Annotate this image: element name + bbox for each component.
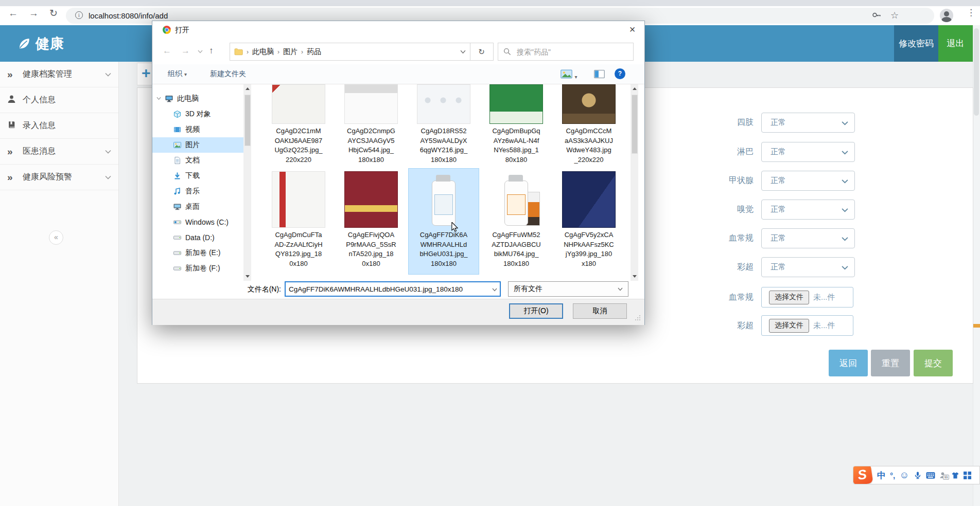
file-item[interactable]: CgAgD2CnmpG AYCSJAAGyV5 HbjCw544.jpg_ 18…: [336, 84, 406, 165]
nav-back-icon[interactable]: ←: [163, 46, 171, 56]
new-folder-button[interactable]: 新建文件夹: [210, 69, 246, 79]
url-text[interactable]: localhost:8080/info/add: [89, 11, 168, 20]
lymph-select[interactable]: 正常: [761, 142, 855, 162]
open-button[interactable]: 打开(O): [509, 303, 563, 319]
breadcrumb-this-pc[interactable]: 此电脑: [252, 47, 274, 57]
scrollbar-thumb[interactable]: [632, 95, 638, 154]
tree-item-pictures[interactable]: 图片: [152, 137, 243, 153]
scroll-down-icon[interactable]: [246, 275, 250, 278]
sidebar-item-health-records[interactable]: » 健康档案管理: [0, 62, 118, 87]
scroll-up-icon[interactable]: [246, 87, 250, 90]
chevron-down-icon: [842, 179, 848, 184]
browser-menu-icon[interactable]: ⋮: [967, 7, 975, 18]
choose-file-button[interactable]: 选择文件: [769, 319, 809, 333]
tree-item-videos[interactable]: 视频: [152, 122, 243, 137]
scrollbar-thumb[interactable]: [244, 95, 251, 146]
files-scrollbar[interactable]: [631, 84, 638, 281]
file-item[interactable]: CgAgD18RS52 AY5SwAALDyX 6qgWY216.jpg_ 18…: [409, 84, 479, 165]
breadcrumb-drugs[interactable]: 药品: [307, 47, 321, 57]
breadcrumb-pictures[interactable]: 图片: [283, 47, 297, 57]
browser-forward-icon[interactable]: →: [29, 8, 39, 19]
breadcrumb-separator: ›: [301, 48, 303, 56]
ime-menu-grid-icon[interactable]: [964, 472, 971, 479]
ultrasound-select[interactable]: 正常: [761, 257, 855, 277]
filename-label: 文件名(N):: [213, 281, 281, 297]
page-scrollbar-thumb[interactable]: [974, 28, 979, 116]
tree-item-drive-e[interactable]: 新加卷 (E:): [152, 245, 243, 261]
tree-item-this-pc[interactable]: 此电脑: [152, 91, 243, 106]
nav-up-icon[interactable]: ↑: [209, 46, 214, 56]
address-dropdown-icon[interactable]: [460, 50, 466, 54]
filetype-select[interactable]: 所有文件: [508, 281, 628, 297]
file-item-selected[interactable]: CgAgFF7DiK6A WMHRAALHLd bHGeU031.jpg_ 18…: [409, 169, 479, 274]
caret-down-icon[interactable]: ▾: [574, 74, 577, 80]
submit-button[interactable]: 提交: [914, 350, 953, 376]
browser-profile-avatar[interactable]: [940, 9, 953, 22]
browser-back-icon[interactable]: ←: [8, 8, 18, 19]
thyroid-select[interactable]: 正常: [761, 171, 855, 191]
filename-input[interactable]: [286, 285, 489, 293]
tree-item-drive-d[interactable]: Data (D:): [152, 230, 243, 245]
refresh-button[interactable]: ↻: [470, 43, 494, 61]
sidebar-item-entry-info[interactable]: 录入信息: [0, 113, 118, 139]
dialog-titlebar[interactable]: 打开 ×: [152, 21, 644, 39]
file-item[interactable]: CgAgD2C1mM OAKtJ6AAE987 UgGzQ225.jpg_ 22…: [264, 84, 334, 165]
bookmark-star-icon[interactable]: ☆: [890, 10, 899, 21]
tree-item-downloads[interactable]: 下载: [152, 168, 243, 184]
nav-history-caret-icon[interactable]: [198, 50, 203, 53]
help-icon[interactable]: ?: [615, 68, 625, 79]
file-item[interactable]: CgAgDmCCcM aAS3k3AAJKUJ WdweY483.jpg _22…: [554, 84, 624, 165]
ime-account-icon[interactable]: 11: [939, 472, 947, 479]
sidebar-item-doctor-messages[interactable]: » 医患消息: [0, 139, 118, 165]
limbs-select[interactable]: 正常: [761, 113, 855, 133]
view-mode-icon[interactable]: ▾: [561, 69, 577, 81]
change-password-button[interactable]: 修改密码: [894, 25, 938, 62]
microphone-icon[interactable]: [914, 471, 922, 480]
search-input[interactable]: [516, 47, 628, 57]
tree-item-music[interactable]: 音乐: [152, 184, 243, 199]
logout-button[interactable]: 退出: [938, 25, 973, 62]
add-button[interactable]: +: [142, 64, 151, 82]
ime-language-toggle[interactable]: 中: [877, 469, 886, 481]
sidebar-item-personal-info[interactable]: 个人信息: [0, 87, 118, 113]
sogou-logo-icon[interactable]: S: [853, 466, 873, 484]
file-item[interactable]: CgAgFV5y2xCA NHPkAAFsz5KC jYg399.jpg_180…: [554, 169, 624, 274]
file-item[interactable]: CgAgEFivjQOA P9rMAAG_5SsR nTA520.jpg_18 …: [336, 169, 406, 274]
keyboard-icon[interactable]: [926, 472, 935, 479]
nav-forward-icon[interactable]: →: [181, 46, 190, 56]
reset-button[interactable]: 重置: [871, 350, 910, 376]
tree-item-drive-c[interactable]: Windows (C:): [152, 214, 243, 230]
tree-item-desktop[interactable]: 桌面: [152, 199, 243, 214]
scroll-up-icon[interactable]: [633, 87, 637, 90]
skin-icon[interactable]: [951, 472, 959, 479]
emoji-icon[interactable]: ☺: [899, 469, 909, 481]
scroll-down-icon[interactable]: [633, 275, 637, 278]
dialog-close-button[interactable]: ×: [621, 22, 644, 38]
tree-scrollbar[interactable]: [243, 84, 251, 281]
address-breadcrumb[interactable]: › 此电脑 › 图片 › 药品: [230, 43, 470, 61]
back-button[interactable]: 返回: [829, 350, 868, 376]
choose-file-button[interactable]: 选择文件: [769, 291, 809, 304]
page-info-icon[interactable]: i: [75, 11, 83, 19]
chevron-down-icon: [105, 150, 111, 154]
ime-punctuation-toggle[interactable]: °,: [890, 471, 895, 480]
filename-dropdown-icon[interactable]: [489, 284, 500, 294]
expander-icon[interactable]: [156, 97, 161, 100]
tree-item-3d-objects[interactable]: 3D 对象: [152, 106, 243, 122]
organize-menu[interactable]: 组织 ▾: [168, 69, 187, 79]
password-key-icon[interactable]: [872, 11, 881, 21]
file-thumbnail: [272, 171, 325, 228]
file-item[interactable]: CgAgFFuWM52 AZTDJAAGBCU bikMU764.jpg_ 18…: [481, 169, 551, 274]
tree-item-documents[interactable]: 文档: [152, 153, 243, 168]
blood-test-select[interactable]: 正常: [761, 228, 855, 248]
tree-item-drive-f[interactable]: 新加卷 (F:): [152, 261, 243, 276]
browser-reload-icon[interactable]: ↻: [49, 8, 58, 19]
file-item[interactable]: CgAgDmCuFTa AD-ZzAALfCiyH QY8129.jpg_18 …: [264, 169, 334, 274]
sidebar-item-risk-warning[interactable]: » 健康风险预警: [0, 165, 118, 190]
smell-select[interactable]: 正常: [761, 200, 855, 220]
file-item[interactable]: CgAgDmBupGq AYz6wAAL-N4f NYes588.jpg_1 8…: [481, 84, 551, 165]
sidebar-collapse-button[interactable]: «: [49, 230, 63, 245]
preview-pane-icon[interactable]: [594, 69, 605, 81]
cancel-button[interactable]: 取消: [573, 303, 627, 319]
resize-grip[interactable]: [634, 314, 641, 321]
